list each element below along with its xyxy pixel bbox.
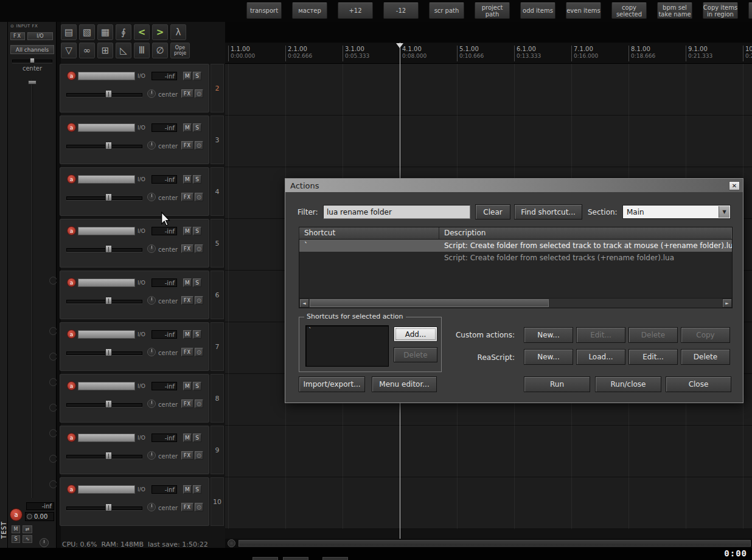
record-arm-button[interactable]: a xyxy=(67,175,76,184)
track-number[interactable]: 10 xyxy=(211,477,224,526)
undo-icon[interactable]: < xyxy=(134,24,150,40)
run-button[interactable]: Run xyxy=(524,376,590,392)
custom-action-button-0[interactable]: New... xyxy=(524,327,573,343)
master-pan-slider[interactable] xyxy=(12,58,52,63)
track-number[interactable]: 2 xyxy=(211,64,224,112)
toolbar-button-bpm-sel-take-name[interactable]: bpm seltake name xyxy=(657,2,692,19)
record-arm-button[interactable]: a xyxy=(67,71,76,80)
toolbar-button-even-items[interactable]: even items xyxy=(566,2,601,19)
track-io-button[interactable]: I/O xyxy=(138,383,145,389)
volume-fader-handle[interactable] xyxy=(105,245,112,253)
track-name-field[interactable] xyxy=(78,382,135,390)
ruler-marker[interactable]: 8.1.000:18.666 xyxy=(628,46,655,61)
pan-knob[interactable] xyxy=(147,348,156,356)
master-mute-button[interactable]: M xyxy=(12,525,20,533)
fx-button[interactable]: FX xyxy=(181,451,193,460)
volume-fader[interactable] xyxy=(66,90,142,98)
master-solo-button[interactable]: S xyxy=(12,535,20,543)
open-project-icon[interactable]: ▧ xyxy=(79,24,95,40)
track-name-field[interactable] xyxy=(78,227,135,235)
solo-button[interactable]: S xyxy=(193,434,201,442)
volume-fader[interactable] xyxy=(66,193,142,201)
toolbar-button-odd-items[interactable]: odd items xyxy=(520,2,555,19)
pan-knob[interactable] xyxy=(147,193,156,201)
phase-icon[interactable]: ∅ xyxy=(152,43,168,58)
track-name-field[interactable] xyxy=(78,485,135,494)
new-project-icon[interactable]: ▤ xyxy=(61,24,77,40)
toolbar-button-master[interactable]: мастер xyxy=(292,2,327,19)
redo-icon[interactable]: > xyxy=(152,24,168,40)
fx-enable-icon[interactable]: ⊙ xyxy=(195,296,203,305)
track-number[interactable]: 4 xyxy=(211,167,224,216)
track-number[interactable]: 8 xyxy=(211,374,224,423)
toolbar-button-copy-selected[interactable]: copyselected xyxy=(611,2,647,19)
scrollbar-thumb[interactable] xyxy=(238,540,751,547)
all-channels-button[interactable]: All channels xyxy=(10,45,54,54)
fx-enable-icon[interactable]: ⊙ xyxy=(195,193,203,201)
track-number[interactable]: 5 xyxy=(211,219,224,268)
close-button[interactable]: Close xyxy=(666,376,731,392)
filter-input[interactable] xyxy=(323,205,470,219)
shortcut-list-item[interactable]: ` xyxy=(308,327,386,334)
master-volume-fader-handle[interactable] xyxy=(28,80,37,85)
fx-enable-icon[interactable]: ⊙ xyxy=(195,451,203,460)
section-dropdown[interactable]: Main ▼ xyxy=(622,205,731,219)
fx-enable-icon[interactable]: ⊙ xyxy=(195,399,203,408)
fx-button[interactable]: FX xyxy=(181,399,193,408)
pan-knob[interactable] xyxy=(147,296,156,305)
pan-knob[interactable] xyxy=(147,244,156,253)
paperclip-icon[interactable]: ∮ xyxy=(116,24,131,40)
ruler-marker[interactable]: 6.1.000:13.333 xyxy=(514,46,541,61)
volume-fader[interactable] xyxy=(66,297,142,305)
volume-fader-handle[interactable] xyxy=(105,503,112,511)
ruler-marker[interactable]: 5.1.000:10.666 xyxy=(457,46,484,61)
mute-button[interactable]: M xyxy=(183,330,192,339)
volume-fader-handle[interactable] xyxy=(105,193,112,201)
clipped-toolbar-button[interactable] xyxy=(283,557,308,560)
record-arm-button[interactable]: a xyxy=(67,485,76,494)
volume-fader[interactable] xyxy=(66,142,142,150)
solo-button[interactable]: S xyxy=(193,123,201,132)
track-io-button[interactable]: I/O xyxy=(138,125,145,131)
scroll-left-icon[interactable]: ◄ xyxy=(299,299,309,308)
volume-fader[interactable] xyxy=(66,348,142,356)
fx-button[interactable]: FX xyxy=(181,89,193,98)
volume-fader-handle[interactable] xyxy=(105,90,112,98)
solo-button[interactable]: S xyxy=(193,175,201,184)
reascript-button-1[interactable]: Load... xyxy=(576,349,625,365)
track-number[interactable]: 9 xyxy=(211,426,224,474)
shortcuts-listbox[interactable]: ` xyxy=(305,325,389,367)
volume-fader[interactable] xyxy=(66,400,142,408)
link-icon[interactable]: ∞ xyxy=(79,43,95,58)
volume-fader-handle[interactable] xyxy=(105,297,112,305)
track-number[interactable]: 3 xyxy=(211,116,224,164)
grate-icon[interactable]: Ⅲ xyxy=(134,43,150,58)
edit-cursor-marker[interactable] xyxy=(396,43,403,48)
solo-button[interactable]: S xyxy=(193,72,201,80)
reascript-button-0[interactable]: New... xyxy=(524,349,573,365)
master-width-knob[interactable] xyxy=(40,538,49,547)
track-name-field[interactable] xyxy=(78,72,135,80)
master-volume-fader[interactable] xyxy=(32,80,33,498)
pan-knob[interactable] xyxy=(147,141,156,150)
envelope-small-icon[interactable]: ∿ xyxy=(23,535,32,543)
mute-button[interactable]: M xyxy=(183,382,192,390)
pan-knob[interactable] xyxy=(147,451,156,460)
list-scrollbar-thumb[interactable] xyxy=(310,299,549,307)
toolbar-button-plus-12[interactable]: +12 xyxy=(338,2,373,19)
track-name-field[interactable] xyxy=(78,330,135,339)
volume-fader-handle[interactable] xyxy=(105,400,112,408)
fx-button[interactable]: FX xyxy=(181,244,193,253)
ruler-marker[interactable]: 2.1.000:02.666 xyxy=(285,46,312,61)
track-io-button[interactable]: I/O xyxy=(138,176,145,182)
mute-button[interactable]: M xyxy=(183,278,192,287)
save-project-icon[interactable]: ▦ xyxy=(97,24,113,40)
volume-fader-handle[interactable] xyxy=(105,452,112,460)
run-close-button[interactable]: Run/close xyxy=(595,376,661,392)
mute-button[interactable]: M xyxy=(183,123,192,132)
envelope-icon[interactable]: ◺ xyxy=(116,43,131,58)
dialog-titlebar[interactable]: Actions xyxy=(285,179,743,192)
fx-enable-icon[interactable]: ⊙ xyxy=(195,244,203,253)
chevron-down-icon[interactable]: ▼ xyxy=(719,206,729,218)
toolbar-button-project-path[interactable]: projectpath xyxy=(475,2,510,19)
